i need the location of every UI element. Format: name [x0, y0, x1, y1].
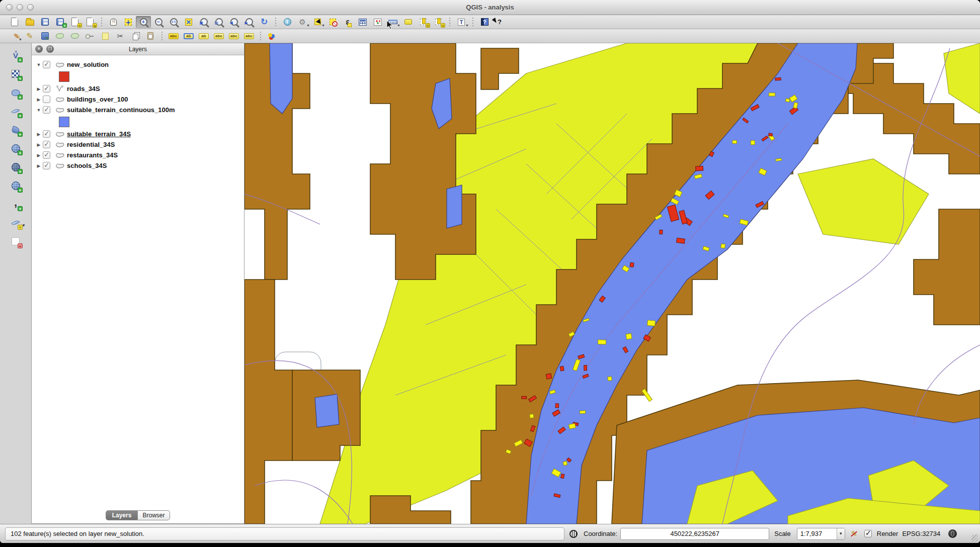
- copy-features-icon[interactable]: [128, 30, 143, 42]
- layer-expand-icon[interactable]: ▼: [35, 108, 43, 113]
- layer-visibility-checkbox[interactable]: [43, 61, 50, 68]
- map-canvas[interactable]: [244, 43, 980, 524]
- toggle-editing-icon[interactable]: ✎: [22, 30, 37, 42]
- layer-color-swatch[interactable]: [59, 71, 69, 82]
- highlight-labels-icon[interactable]: ab: [196, 30, 211, 42]
- add-wfs-layer-icon[interactable]: +: [8, 178, 24, 193]
- layer-label[interactable]: new_solution: [67, 61, 109, 68]
- pin-labels-icon[interactable]: ab: [181, 30, 196, 42]
- layer-row[interactable]: ▶roads_34S: [35, 83, 244, 94]
- layer-expand-icon[interactable]: ▶: [35, 142, 43, 147]
- open-project-icon[interactable]: [22, 16, 37, 28]
- layer-label[interactable]: residential_34S: [67, 141, 115, 148]
- zoom-window-button[interactable]: [27, 4, 34, 11]
- render-checkbox[interactable]: [864, 530, 872, 537]
- layer-expand-icon[interactable]: ▶: [35, 153, 43, 158]
- whats-this-icon[interactable]: ?: [492, 16, 507, 28]
- layer-visibility-checkbox[interactable]: [43, 151, 50, 159]
- new-project-icon[interactable]: [7, 16, 22, 28]
- new-composer-icon[interactable]: +: [67, 16, 83, 28]
- select-features-icon[interactable]: ▼: [310, 16, 325, 28]
- composer-manager-icon[interactable]: s: [83, 16, 98, 28]
- change-label-icon[interactable]: abc: [241, 30, 257, 42]
- rotate-label-icon[interactable]: abc: [226, 30, 241, 42]
- run-feature-action-icon[interactable]: ⚙▼: [295, 16, 310, 28]
- add-wms-layer-icon[interactable]: +: [8, 141, 24, 155]
- layer-visibility-checkbox[interactable]: [43, 96, 50, 103]
- show-bookmarks-icon[interactable]: +: [431, 16, 446, 28]
- layer-visibility-checkbox[interactable]: [43, 130, 50, 138]
- help-icon[interactable]: ?: [477, 16, 492, 28]
- add-delimited-text-icon[interactable]: ,+: [8, 197, 24, 211]
- new-spatialite-layer-icon[interactable]: ✳▼: [8, 216, 24, 230]
- pan-to-selection-icon[interactable]: [121, 16, 136, 28]
- save-layer-edits-icon[interactable]: [37, 30, 52, 42]
- layer-expand-icon[interactable]: ▼: [35, 62, 43, 67]
- move-feature-icon[interactable]: [67, 30, 83, 42]
- new-bookmark-icon[interactable]: ✳: [416, 16, 431, 28]
- node-tool-icon[interactable]: [83, 30, 98, 42]
- layer-row[interactable]: ▶suitable_terrain_34S: [35, 129, 244, 139]
- coordinate-input[interactable]: [620, 528, 769, 540]
- move-label-icon[interactable]: abc: [211, 30, 226, 42]
- layer-expand-icon[interactable]: ▶: [35, 132, 43, 137]
- layer-label[interactable]: roads_34S: [67, 85, 100, 93]
- add-mssql-layer-icon[interactable]: +: [8, 123, 24, 137]
- layer-row[interactable]: ▶restaurants_34S: [35, 150, 244, 160]
- pan-map-icon[interactable]: [106, 16, 121, 28]
- add-vector-layer-icon[interactable]: V+: [8, 48, 24, 62]
- add-wcs-layer-icon[interactable]: +: [8, 160, 24, 174]
- deselect-features-icon[interactable]: [325, 16, 340, 28]
- add-postgis-layer-icon[interactable]: +: [8, 85, 24, 100]
- zoom-in-icon[interactable]: +: [136, 16, 151, 28]
- scale-combo[interactable]: 1:7,937 ▼: [797, 528, 845, 540]
- layer-row[interactable]: ▶buildings_over_100: [35, 94, 244, 105]
- zoom-next-icon[interactable]: ▶: [241, 16, 257, 28]
- zoom-last-icon[interactable]: ◀: [226, 16, 241, 28]
- panel-tab-browser[interactable]: Browser: [138, 510, 170, 520]
- save-project-as-icon[interactable]: +: [52, 16, 67, 28]
- minimize-window-button[interactable]: [17, 4, 23, 11]
- resize-grip[interactable]: [971, 534, 978, 541]
- statistical-summary-icon[interactable]: [370, 16, 385, 28]
- panel-tab-layers[interactable]: Layers: [106, 510, 138, 520]
- layer-color-swatch[interactable]: [59, 117, 69, 127]
- layer-row[interactable]: ▼suitable_terrain_continuous_100m: [35, 105, 244, 115]
- text-annotation-icon[interactable]: T▼: [454, 16, 469, 28]
- current-edits-icon[interactable]: ✎▼: [7, 30, 22, 42]
- layer-label[interactable]: schools_34S: [67, 162, 107, 169]
- map-tips-icon[interactable]: [400, 16, 416, 28]
- layer-label[interactable]: buildings_over_100: [67, 96, 128, 103]
- layer-visibility-checkbox[interactable]: [43, 106, 50, 114]
- delete-selected-icon[interactable]: [98, 30, 113, 42]
- cut-features-icon[interactable]: ✂: [113, 30, 128, 42]
- identify-features-icon[interactable]: i: [280, 16, 295, 28]
- zoom-full-icon[interactable]: [181, 16, 196, 28]
- scale-dropdown-icon[interactable]: ▼: [837, 528, 845, 539]
- layer-expand-icon[interactable]: ▶: [35, 86, 43, 92]
- close-window-button[interactable]: [6, 4, 13, 11]
- title-bar[interactable]: QGIS - analysis: [0, 0, 980, 15]
- layer-labeling-icon[interactable]: abc: [166, 30, 181, 42]
- layer-label[interactable]: restaurants_34S: [67, 151, 118, 159]
- layer-row[interactable]: ▶residential_34S: [35, 139, 244, 150]
- remove-layer-icon[interactable]: −: [8, 234, 24, 248]
- crs-icon[interactable]: [947, 529, 957, 539]
- zoom-to-selection-icon[interactable]: ▣: [196, 16, 211, 28]
- zoom-out-icon[interactable]: −: [151, 16, 166, 28]
- layer-visibility-checkbox[interactable]: [43, 85, 50, 93]
- layer-expand-icon[interactable]: ▶: [35, 163, 43, 168]
- layer-visibility-checkbox[interactable]: [43, 141, 50, 148]
- stop-render-icon[interactable]: ✎: [849, 529, 859, 539]
- layer-label[interactable]: suitable_terrain_continuous_100m: [67, 106, 175, 114]
- layer-expand-icon[interactable]: ▶: [35, 97, 43, 102]
- zoom-to-layer-icon[interactable]: ▤: [211, 16, 226, 28]
- refresh-icon[interactable]: ↻: [257, 16, 272, 28]
- save-project-icon[interactable]: [37, 16, 52, 28]
- layer-label[interactable]: suitable_terrain_34S: [67, 130, 131, 138]
- add-spatialite-layer-icon[interactable]: +: [8, 104, 24, 118]
- layer-row[interactable]: ▶schools_34S: [35, 160, 244, 171]
- diagram-options-icon[interactable]: [265, 30, 280, 42]
- zoom-native-icon[interactable]: 1:1: [166, 16, 181, 28]
- add-raster-layer-icon[interactable]: +: [8, 67, 24, 81]
